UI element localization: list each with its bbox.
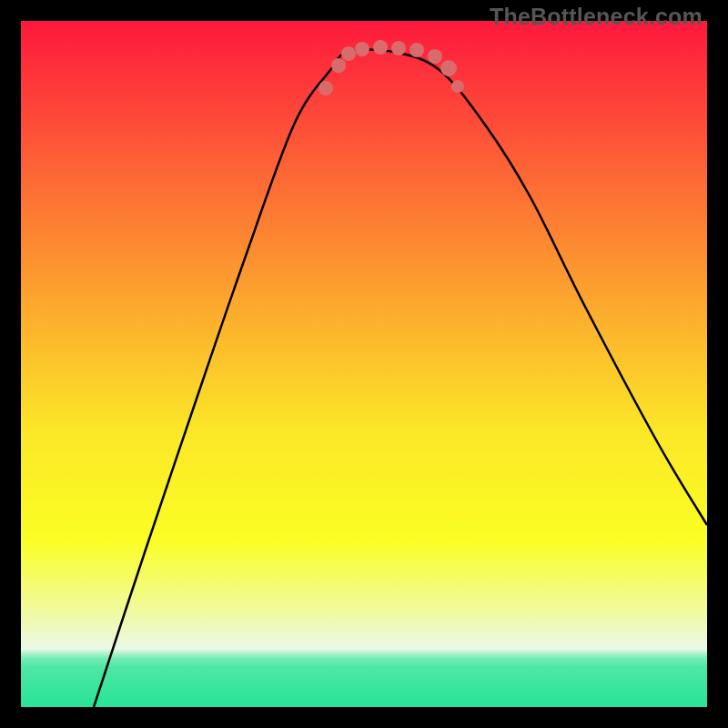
marker-point [440,60,457,76]
plot-frame [21,21,707,707]
markers-group [318,40,464,96]
marker-point [355,42,369,56]
marker-point [391,41,406,56]
bottleneck-curve [94,50,707,708]
plot-svg [21,21,707,707]
marker-point [331,58,346,73]
marker-point [373,40,388,55]
marker-point [341,46,356,61]
marker-point [318,81,333,96]
marker-point [410,43,424,57]
marker-point [428,49,442,64]
marker-point [451,80,464,93]
watermark: TheBottleneck.com [490,4,703,30]
